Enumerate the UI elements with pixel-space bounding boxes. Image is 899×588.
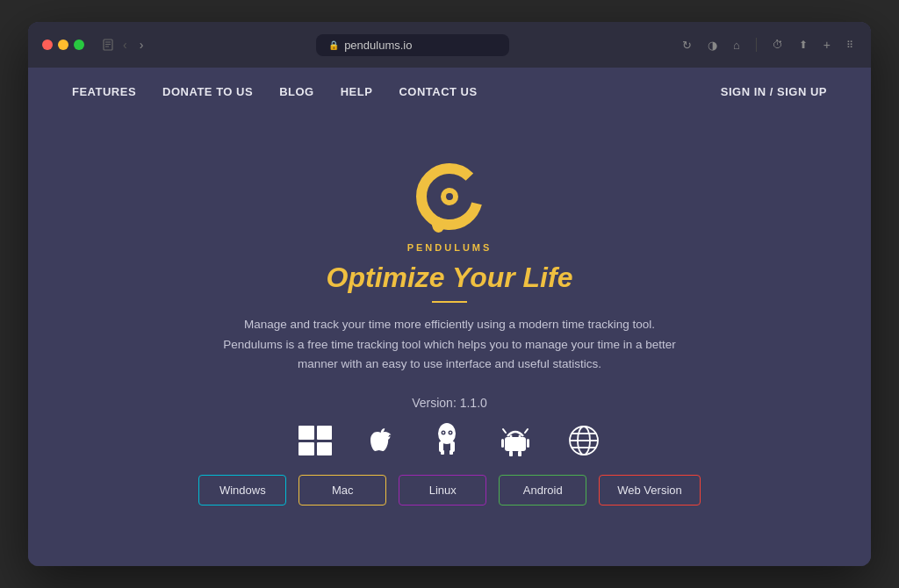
website: FEATURES DONATE TO US BLOG HELP CONTACT … (28, 68, 871, 566)
svg-point-23 (510, 435, 513, 438)
svg-point-13 (442, 436, 452, 441)
platform-windows (298, 426, 332, 455)
svg-rect-18 (505, 437, 526, 451)
apple-icon (367, 424, 395, 457)
svg-rect-22 (518, 451, 521, 456)
theme-button[interactable]: ◑ (704, 38, 721, 53)
nav-left: FEATURES DONATE TO US BLOG HELP CONTACT … (72, 85, 478, 98)
platform-android (499, 424, 532, 457)
download-android-button[interactable]: Android (499, 475, 586, 506)
download-buttons: Windows Mac Linux Android Web Version (198, 475, 700, 506)
svg-line-26 (525, 429, 528, 433)
platform-mac (367, 424, 395, 457)
svg-point-12 (450, 432, 451, 434)
svg-point-11 (442, 432, 444, 434)
hero-description: Manage and track your time more efficien… (212, 315, 687, 376)
version-text: Version: 1.1.0 (412, 396, 487, 410)
android-icon (499, 424, 532, 457)
hero-title: Optimize Your Life (327, 262, 573, 294)
forward-button[interactable]: › (136, 37, 147, 53)
divider (756, 38, 757, 52)
minimize-button[interactable] (58, 39, 68, 50)
address-bar[interactable]: 🔒 pendulums.io (316, 34, 509, 56)
windows-icon (298, 426, 332, 455)
navigation: FEATURES DONATE TO US BLOG HELP CONTACT … (28, 68, 871, 115)
globe-icon (567, 424, 601, 457)
nav-item-donate[interactable]: DONATE TO US (162, 85, 253, 98)
nav-right: SIGN IN / SIGN UP (721, 83, 827, 99)
traffic-lights (42, 39, 84, 50)
linux-icon (430, 422, 464, 459)
nav-item-features[interactable]: FEATURES (72, 85, 136, 98)
browser-chrome: ‹ › 🔒 pendulums.io ↻ ◑ ⌂ ⏱ ⬆ + ⠿ (28, 22, 871, 68)
logo-container: PENDULUMS (406, 158, 493, 253)
back-button[interactable]: ‹ (119, 37, 131, 53)
svg-rect-17 (450, 450, 453, 455)
close-button[interactable] (42, 39, 53, 50)
svg-point-24 (519, 435, 521, 438)
maximize-button[interactable] (74, 39, 84, 50)
tabs-button[interactable]: ⠿ (843, 39, 857, 52)
download-web-button[interactable]: Web Version (599, 475, 700, 506)
svg-point-6 (446, 193, 453, 200)
svg-rect-19 (501, 439, 504, 448)
download-linux-button[interactable]: Linux (399, 475, 486, 506)
download-mac-button[interactable]: Mac (298, 475, 386, 506)
home-button[interactable]: ⌂ (730, 38, 744, 53)
svg-line-25 (503, 429, 506, 433)
svg-rect-16 (441, 450, 444, 455)
nav-item-help[interactable]: HELP (341, 85, 373, 98)
hero-section: PENDULUMS Optimize Your Life Manage and … (28, 115, 871, 566)
pendulums-logo (406, 158, 493, 246)
signin-button[interactable]: SIGN IN / SIGN UP (721, 85, 827, 98)
address-bar-container: 🔒 pendulums.io (157, 34, 668, 56)
download-windows-button[interactable]: Windows (198, 475, 286, 506)
lock-icon: 🔒 (328, 40, 339, 50)
url-text: pendulums.io (344, 39, 412, 52)
reader-button[interactable]: ⏱ (769, 38, 787, 52)
browser-window: ‹ › 🔒 pendulums.io ↻ ◑ ⌂ ⏱ ⬆ + ⠿ FEATURE… (28, 22, 871, 566)
platform-icons (298, 422, 601, 459)
logo-text: PENDULUMS (407, 242, 493, 253)
share-button[interactable]: ⬆ (795, 38, 811, 52)
svg-rect-20 (527, 439, 529, 448)
browser-controls: ‹ › (102, 37, 147, 53)
platform-linux (430, 422, 464, 459)
hero-divider (432, 301, 467, 303)
nav-item-contact[interactable]: CONTACT US (399, 85, 477, 98)
nav-item-blog[interactable]: BLOG (279, 85, 314, 98)
browser-right-controls: ↻ ◑ ⌂ ⏱ ⬆ + ⠿ (679, 37, 857, 53)
platform-web (567, 424, 601, 457)
page-icon (102, 39, 114, 51)
svg-rect-21 (509, 451, 513, 456)
reload-button[interactable]: ↻ (679, 38, 695, 53)
download-section: Version: 1.1.0 (198, 396, 700, 506)
new-tab-button[interactable]: + (820, 37, 834, 53)
